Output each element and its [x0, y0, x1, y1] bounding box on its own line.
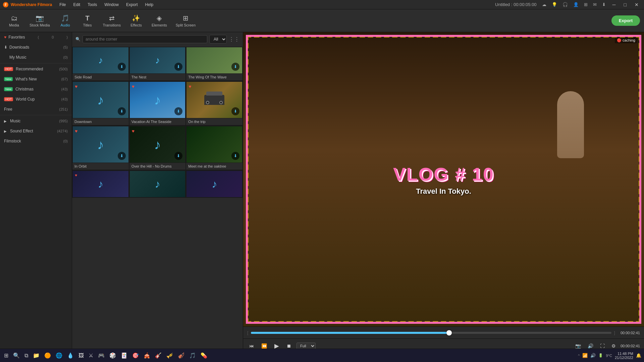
grid-options-icon[interactable]: ⋮⋮ [229, 36, 239, 43]
close-button[interactable]: ✕ [632, 1, 641, 8]
audio-item-downtown[interactable]: ♪ ♥ ⬇ Downtown [72, 81, 129, 125]
panel-separator-2 [0, 115, 72, 115]
over-hill-fav-icon[interactable]: ♥ [132, 128, 135, 134]
world-cup-item[interactable]: HOT World Cup (43) [0, 94, 72, 104]
file-explorer-button[interactable]: 📁 [32, 351, 41, 360]
taskbar-app1[interactable]: 🟠 [43, 351, 52, 360]
filter-select[interactable]: All [209, 35, 227, 44]
tray-battery-icon[interactable]: 🔋 [598, 353, 603, 358]
fullscreen-button[interactable]: ⛶ [598, 343, 607, 349]
taskbar-spotify[interactable]: 🎵 [188, 351, 197, 360]
audio-item-vacation[interactable]: ♪ ♥ ⬇ Vacation At The Seaside [129, 81, 186, 125]
downtown-download-btn[interactable]: ⬇ [118, 107, 126, 115]
recommended-item[interactable]: HOT Recommended (500) [0, 64, 72, 74]
toolbar-transitions[interactable]: ⇄ Transitions [100, 13, 124, 28]
settings-button[interactable]: ⚙ [609, 343, 618, 349]
menu-file[interactable]: File [56, 2, 69, 8]
audio-item-oaktree[interactable]: ⬇ Meet me at the oaktree [186, 126, 243, 170]
menu-export[interactable]: Export [123, 2, 141, 8]
audio-item-10[interactable]: ♪ ♥ [72, 170, 129, 198]
audio-item-side-road[interactable]: ♪ ⬇ Side Road [72, 47, 129, 81]
tray-expand-icon[interactable]: ^ [578, 354, 580, 358]
tray-volume-icon[interactable]: 🔊 [590, 353, 596, 358]
toolbar-audio[interactable]: 🎵 Audio [55, 13, 75, 28]
taskbar-app5[interactable]: ⚔ [87, 351, 95, 360]
download-icon[interactable]: ⬇ [602, 2, 606, 7]
user-icon[interactable]: 👤 [573, 2, 579, 7]
step-back-button[interactable]: ⏪ [259, 343, 269, 349]
sound-effect-item[interactable]: ▶ Sound Effect (4274) [0, 126, 72, 136]
audio-item-orbit[interactable]: ♪ ♥ ⬇ In Orbit [72, 126, 129, 170]
notification-icon[interactable]: 🔔 [636, 353, 641, 358]
vacation-fav-icon[interactable]: ♥ [132, 84, 135, 89]
minimize-button[interactable]: ─ [610, 1, 619, 8]
item10-fav-icon[interactable]: ♥ [75, 173, 77, 178]
audio-item-trip[interactable]: ♥ ⬇ On the trip [186, 81, 243, 125]
orbit-fav-icon[interactable]: ♥ [75, 128, 77, 134]
toolbar-stock-media[interactable]: 📷 Stock Media [26, 13, 53, 28]
taskbar-app9[interactable]: 🎯 [131, 351, 140, 360]
taskbar-app8[interactable]: 🃏 [119, 351, 129, 360]
filmstock-item[interactable]: Filmstock (0) [0, 136, 72, 146]
taskbar-app12[interactable]: 🎺 [165, 351, 174, 360]
oaktree-label: Meet me at the oaktree [186, 163, 243, 170]
orbit-download-btn[interactable]: ⬇ [118, 152, 126, 160]
trip-fav-icon[interactable]: ♥ [189, 84, 191, 89]
toolbar-effects[interactable]: ✨ Effects [126, 13, 146, 28]
audio-item-the-nest[interactable]: ♪ ⬇ The Nest [129, 47, 186, 81]
taskbar-app10[interactable]: 🎪 [142, 351, 152, 360]
cloud-icon[interactable]: ☁ [542, 2, 546, 7]
taskbar-chrome[interactable]: 🌐 [54, 351, 64, 360]
export-button[interactable]: Export [611, 15, 640, 26]
audio-item-wing-wave[interactable]: ⬇ The Wing Of The Wave [186, 47, 243, 81]
taskbar-app4[interactable]: 🖼 [77, 351, 85, 360]
zoom-select[interactable]: Full 50% 25% [297, 343, 316, 349]
free-item[interactable]: Free (251) [0, 104, 72, 114]
menu-window[interactable]: Window [101, 2, 122, 8]
taskbar-app13[interactable]: 🎻 [176, 351, 186, 360]
bulb-icon[interactable]: 💡 [552, 2, 557, 7]
audio-item-over-hill[interactable]: ♪ ♥ ⬇ Over the Hill - No Drums [129, 126, 186, 170]
taskbar-app7[interactable]: 🎲 [108, 351, 117, 360]
trip-download-btn[interactable]: ⬇ [231, 107, 239, 115]
whats-new-item[interactable]: New What's New (67) [0, 74, 72, 84]
menu-help[interactable]: Help [142, 2, 157, 8]
menu-edit[interactable]: Edit [70, 2, 84, 8]
tray-network-icon[interactable]: 📶 [582, 353, 588, 358]
start-button[interactable]: ⊞ [3, 351, 10, 360]
my-music-count: (0) [63, 55, 68, 59]
grid-icon[interactable]: ⊞ [584, 2, 588, 7]
frame-capture-button[interactable]: 📷 [573, 343, 583, 349]
search-input[interactable] [83, 35, 207, 43]
christmas-item[interactable]: New Christmas (43) [0, 84, 72, 94]
audio-item-11[interactable]: ♪ [129, 170, 186, 198]
menu-tools[interactable]: Tools [84, 2, 100, 8]
my-music-item[interactable]: My Music (0) [0, 52, 72, 62]
stop-button[interactable]: ⏹ [284, 343, 293, 349]
volume-button[interactable]: 🔊 [586, 343, 595, 349]
skip-back-button[interactable]: ⏮ [247, 343, 256, 349]
music-item[interactable]: ▶ Music (995) [0, 116, 72, 126]
taskbar-app6[interactable]: 🎮 [97, 351, 106, 360]
toolbar-split-screen[interactable]: ⊞ Split Screen [172, 13, 199, 28]
toolbar-elements[interactable]: ◈ Elements [148, 13, 170, 28]
wing-wave-download-btn[interactable]: ⬇ [231, 63, 239, 71]
search-taskbar-button[interactable]: 🔍 [12, 351, 21, 360]
task-view-button[interactable]: ⧉ [23, 351, 30, 360]
message-icon[interactable]: ✉ [593, 2, 597, 7]
side-road-download-btn[interactable]: ⬇ [118, 63, 126, 71]
headset-icon[interactable]: 🎧 [562, 2, 568, 7]
toolbar-media[interactable]: 🗂 Media [4, 13, 24, 28]
taskbar-app11[interactable]: 🎸 [154, 351, 163, 360]
maximize-button[interactable]: □ [621, 1, 629, 8]
taskbar-app3[interactable]: 💧 [66, 351, 75, 360]
favorites-item[interactable]: ♥ Favorites (0) [0, 32, 72, 42]
downtown-fav-icon[interactable]: ♥ [75, 84, 77, 89]
oaktree-download-btn[interactable]: ⬇ [231, 152, 239, 160]
taskbar-app14[interactable]: 💊 [199, 351, 209, 360]
downloads-item[interactable]: ⬇ Downloads (5) [0, 42, 72, 52]
preview-scrubber[interactable] [251, 332, 611, 334]
audio-item-12[interactable]: ♪ [186, 170, 243, 198]
music-arrow-icon: ▶ [4, 119, 7, 123]
toolbar-titles[interactable]: T Titles [77, 13, 98, 28]
